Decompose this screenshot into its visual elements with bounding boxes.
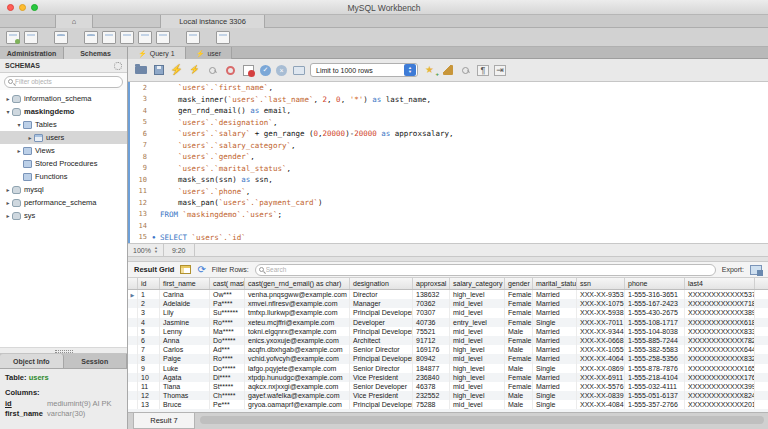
table-cell[interactable]: Principal Developer — [350, 327, 413, 336]
tree-item-sys[interactable]: ▸sys — [0, 209, 127, 222]
table-cell[interactable]: Developer — [350, 318, 413, 327]
table-row[interactable]: 5LennyMa****tokni.elgqnrx@example.comPri… — [128, 327, 768, 336]
table-cell[interactable]: XXX-XX-1075 — [577, 299, 625, 308]
table-cell[interactable]: 8 — [138, 354, 160, 363]
table-cell[interactable]: Tiana — [160, 382, 210, 391]
tree-item-functions[interactable]: Functions — [0, 170, 127, 183]
execute-current-statement-icon[interactable]: ⚡ — [188, 64, 201, 76]
table-cell[interactable]: XXXXXXXXXXXX7184 — [685, 299, 755, 308]
table-cell[interactable]: XXX-XX-1055 — [577, 345, 625, 354]
table-cell[interactable]: St***** — [210, 382, 245, 391]
table-cell[interactable]: 1-555-108-1717 — [625, 318, 685, 327]
table-cell[interactable]: 1-555-878-7876 — [625, 364, 685, 373]
table-cell[interactable]: 1-555-032-4111 — [625, 382, 685, 391]
table-cell[interactable]: XXX-XX-0869 — [577, 364, 625, 373]
new-sql-tab-icon[interactable] — [6, 31, 20, 44]
table-cell[interactable]: 169176 — [413, 345, 450, 354]
table-cell[interactable]: XXXXXXXXXXXX5375 — [685, 290, 755, 299]
table-cell[interactable]: high_level — [450, 364, 505, 373]
table-cell[interactable]: 3 — [138, 308, 160, 317]
table-cell[interactable]: 1-555-885-7244 — [625, 336, 685, 345]
connection-tab[interactable]: Local instance 3306 — [160, 15, 265, 28]
table-cell[interactable]: Do***** — [210, 364, 245, 373]
table-cell[interactable]: Do***** — [210, 336, 245, 345]
tab-schemas[interactable]: Schemas — [64, 47, 128, 59]
table-cell[interactable]: XXXXXXXXXXXX3993 — [685, 382, 755, 391]
table-cell[interactable]: high_level — [450, 290, 505, 299]
execute-icon[interactable]: ⚡ — [170, 64, 183, 76]
table-cell[interactable]: lafgo.pqyjete@example.com — [245, 364, 350, 373]
tree-item-users[interactable]: ▸users — [0, 131, 127, 144]
table-cell[interactable]: 9 — [138, 364, 160, 373]
table-cell[interactable]: 1 — [138, 290, 160, 299]
column-header-id[interactable]: id — [138, 278, 160, 289]
table-cell[interactable]: high_level — [450, 391, 505, 400]
table-cell[interactable]: XXXXXXXXXXXX2018 — [685, 400, 755, 409]
table-row[interactable]: 2AdelaidePa****xmvei.nflresv@example.com… — [128, 299, 768, 308]
stop-icon[interactable] — [224, 64, 237, 76]
table-cell[interactable]: XXX-XX-4064 — [577, 354, 625, 363]
grid-view-icon[interactable] — [180, 265, 191, 274]
table-cell[interactable]: high_level — [450, 373, 505, 382]
table-cell[interactable]: entry_level — [450, 318, 505, 327]
code-line[interactable]: 11 `users`.`phone`, — [130, 186, 768, 198]
tree-item-mysql[interactable]: ▸mysql — [0, 183, 127, 196]
table-row[interactable]: 11TianaSt*****aqkcx.nxjxxgi@example.comS… — [128, 382, 768, 391]
table-cell[interactable]: mid_level — [450, 400, 505, 409]
table-cell[interactable]: 12 — [138, 391, 160, 400]
tree-item-views[interactable]: ▸Views — [0, 144, 127, 157]
gear-icon[interactable] — [114, 62, 122, 70]
column-header-approxsal[interactable]: approxsal — [413, 278, 450, 289]
table-cell[interactable]: Architect — [350, 336, 413, 345]
open-file-icon[interactable] — [134, 64, 147, 76]
code-line[interactable]: 6 `users`.`salary` + gen_range (0,20000)… — [130, 128, 768, 140]
export-icon[interactable] — [750, 265, 762, 275]
refresh-icon[interactable]: ⟳ — [197, 265, 205, 275]
table-cell[interactable]: Agata — [160, 373, 210, 382]
chevron-right-icon[interactable]: ▸ — [4, 199, 12, 206]
search-table-data-icon[interactable] — [186, 31, 200, 44]
table-cell[interactable]: acqfn.dbxhgab@example.com — [245, 345, 350, 354]
toggle-wrap-icon[interactable]: ⇥ — [494, 65, 506, 76]
table-cell[interactable]: Lily — [160, 308, 210, 317]
table-cell[interactable]: Vice President — [350, 391, 413, 400]
tree-item-maskingdemo[interactable]: ▾maskingdemo — [0, 105, 127, 118]
stop-on-error-icon[interactable] — [242, 64, 255, 76]
column-header-cast-gen-rnd-email-as-char-[interactable]: cast(gen_rnd_email() as char) — [245, 278, 350, 289]
zoom-stepper[interactable]: ▲▼ — [154, 246, 158, 254]
table-cell[interactable]: 2 — [138, 299, 160, 308]
table-cell[interactable]: Luke — [160, 364, 210, 373]
save-icon[interactable] — [152, 64, 165, 76]
table-cell[interactable]: 184877 — [413, 364, 450, 373]
table-cell[interactable]: Married — [533, 327, 577, 336]
table-cell[interactable]: Principal Developer — [350, 400, 413, 409]
table-cell[interactable]: Married — [533, 336, 577, 345]
table-cell[interactable]: gryoa.oamaprf@example.com — [245, 400, 350, 409]
table-row[interactable]: ▶1CarinaOw***venha.pnqsgww@example.comDi… — [128, 290, 768, 299]
table-cell[interactable]: Ma**** — [210, 327, 245, 336]
column-header-first-name[interactable]: first_name — [160, 278, 210, 289]
chevron-right-icon[interactable]: ▸ — [4, 95, 12, 102]
table-cell[interactable]: XXXXXXXXXXXX6187 — [685, 318, 755, 327]
table-cell[interactable]: 1-555-357-2766 — [625, 400, 685, 409]
explain-icon[interactable] — [206, 64, 219, 76]
table-cell[interactable]: aqkcx.nxjxxgi@example.com — [245, 382, 350, 391]
column-header-marital-status[interactable]: marital_status — [533, 278, 577, 289]
table-row[interactable]: 6AnnaDo*****enics.yxoxuje@example.comArc… — [128, 336, 768, 345]
tab-session[interactable]: Session — [64, 354, 128, 368]
table-cell[interactable]: 70362 — [413, 299, 450, 308]
table-cell[interactable]: Senior Director — [350, 345, 413, 354]
table-cell[interactable]: Single — [533, 400, 577, 409]
table-cell[interactable]: XXXXXXXXXXXX8323 — [685, 354, 755, 363]
chevron-right-icon[interactable]: ▸ — [15, 147, 23, 154]
table-cell[interactable]: Ro**** — [210, 318, 245, 327]
table-cell[interactable]: Married — [533, 308, 577, 317]
code-line[interactable]: 5 `users`.`designation`, — [130, 117, 768, 129]
code-line[interactable]: 9 `users`.`marital_status`, — [130, 163, 768, 175]
table-cell[interactable]: Male — [505, 391, 533, 400]
table-cell[interactable]: 75521 — [413, 327, 450, 336]
column-header-cast-mask-i-[interactable]: cast( mask_i... — [210, 278, 245, 289]
table-cell[interactable]: 40736 — [413, 318, 450, 327]
chevron-down-icon[interactable]: ▾ — [15, 121, 23, 128]
table-cell[interactable]: Manager — [350, 299, 413, 308]
